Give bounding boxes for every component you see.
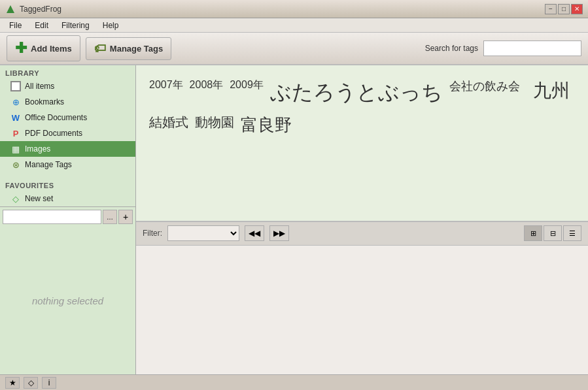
- manage-tags-sidebar-label: Manage Tags: [25, 160, 72, 169]
- sidebar-item-images[interactable]: ▦ Images: [0, 141, 135, 157]
- sidebar-search-bar: … +: [0, 206, 135, 227]
- view-list-button[interactable]: ☰: [563, 225, 581, 241]
- all-items-icon: [10, 81, 21, 91]
- sidebar-item-office-docs[interactable]: W Office Documents: [0, 110, 135, 125]
- tag-furano[interactable]: 富良野: [241, 114, 292, 137]
- manage-tags-sidebar-icon: ⊛: [10, 159, 21, 170]
- status-diamond-button[interactable]: ◇: [24, 377, 38, 389]
- view-group: ⊞ ⊟ ☰: [524, 225, 581, 241]
- pdf-docs-label: PDF Documents: [25, 129, 82, 138]
- filter-prev-button[interactable]: ◀◀: [245, 225, 264, 241]
- bookmarks-icon: ⊕: [10, 97, 21, 107]
- sidebar-item-manage-tags[interactable]: ⊛ Manage Tags: [0, 157, 135, 172]
- tag-2007[interactable]: 2007年: [149, 78, 183, 92]
- main-layout: LIBRARY All items ⊕ Bookmarks W Office D…: [0, 65, 588, 374]
- tag-2009[interactable]: 2009年: [230, 78, 264, 92]
- manage-tags-icon: 🏷: [94, 42, 106, 56]
- favourites-section-title: FAVOURITES: [0, 178, 135, 191]
- sidebar-search-button[interactable]: …: [103, 210, 117, 224]
- filter-bar: Filter: ◀◀ ▶▶ ⊞ ⊟ ☰: [136, 222, 588, 246]
- search-label: Search for tags: [425, 44, 478, 53]
- statusbar: ★ ◇ i: [0, 374, 588, 390]
- sidebar-item-all-items[interactable]: All items: [0, 78, 135, 94]
- add-items-button[interactable]: ✚ Add Items: [7, 35, 80, 61]
- tag-kekkonshiki[interactable]: 結婚式: [149, 114, 188, 131]
- add-items-icon: ✚: [15, 40, 27, 57]
- maximize-button[interactable]: □: [558, 4, 570, 14]
- library-section-title: LIBRARY: [0, 65, 135, 78]
- new-set-icon: ◇: [10, 193, 21, 204]
- filter-label: Filter:: [143, 229, 162, 238]
- menu-edit[interactable]: Edit: [28, 20, 55, 31]
- pdf-docs-icon: P: [10, 128, 21, 138]
- titlebar: TaggedFrog − □ ✕: [0, 0, 588, 18]
- menu-filtering[interactable]: Filtering: [55, 20, 96, 31]
- toolbar: ✚ Add Items 🏷 Manage Tags Search for tag…: [0, 33, 588, 65]
- nothing-selected-label: nothing selected: [0, 227, 135, 374]
- search-input[interactable]: [483, 41, 581, 56]
- menu-file[interactable]: File: [3, 20, 28, 31]
- tag-kaisha[interactable]: 会社の飲み会: [449, 78, 520, 94]
- sidebar-search-input[interactable]: [3, 210, 101, 224]
- images-label: Images: [25, 144, 50, 154]
- sidebar-item-bookmarks[interactable]: ⊕ Bookmarks: [0, 94, 135, 110]
- close-button[interactable]: ✕: [571, 4, 583, 14]
- sidebar-item-new-set[interactable]: ◇ New set: [0, 191, 135, 206]
- tag-butaro[interactable]: ぶたろうとぶっち: [270, 78, 443, 107]
- manage-tags-button[interactable]: 🏷 Manage Tags: [86, 37, 171, 60]
- minimize-button[interactable]: −: [545, 4, 557, 14]
- images-icon: ▦: [10, 144, 21, 154]
- new-set-label: New set: [25, 194, 53, 203]
- tag-kyushu[interactable]: 九州: [533, 78, 570, 103]
- view-medium-button[interactable]: ⊟: [544, 225, 562, 241]
- filter-next-button[interactable]: ▶▶: [269, 225, 289, 241]
- title-text: TaggedFrog: [20, 5, 545, 14]
- tag-2008[interactable]: 2008年: [190, 78, 224, 92]
- status-star-button[interactable]: ★: [5, 377, 20, 389]
- tag-cloud: 2007年 2008年 2009年 ぶたろうとぶっち 会社の飲み会 九州 結婚式…: [136, 65, 588, 222]
- bookmarks-label: Bookmarks: [25, 97, 64, 106]
- office-docs-label: Office Documents: [25, 113, 87, 122]
- office-docs-icon: W: [10, 112, 21, 123]
- sidebar-item-pdf-docs[interactable]: P PDF Documents: [0, 125, 135, 141]
- content-area: 2007年 2008年 2009年 ぶたろうとぶっち 会社の飲み会 九州 結婚式…: [136, 65, 588, 374]
- svg-marker-0: [7, 5, 14, 13]
- status-info-button[interactable]: i: [42, 377, 56, 389]
- filter-select[interactable]: [167, 225, 239, 241]
- menu-help[interactable]: Help: [96, 20, 126, 31]
- manage-tags-label: Manage Tags: [110, 44, 163, 54]
- view-grid-button[interactable]: ⊞: [524, 225, 542, 241]
- all-items-label: All items: [25, 82, 54, 91]
- title-icon: [5, 4, 16, 14]
- add-items-label: Add Items: [31, 44, 72, 54]
- sidebar: LIBRARY All items ⊕ Bookmarks W Office D…: [0, 65, 136, 374]
- menubar: File Edit Filtering Help: [0, 18, 588, 33]
- tag-dobutsuen[interactable]: 動物園: [195, 114, 234, 131]
- empty-content: [136, 246, 588, 375]
- sidebar-add-button[interactable]: +: [118, 210, 133, 224]
